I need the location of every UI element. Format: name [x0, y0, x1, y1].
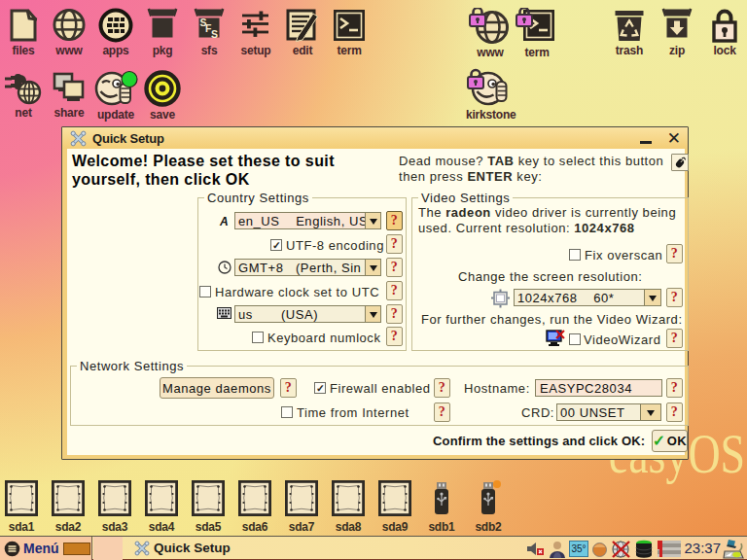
svg-text:S: S	[211, 28, 218, 40]
svg-text:A: A	[219, 215, 229, 228]
